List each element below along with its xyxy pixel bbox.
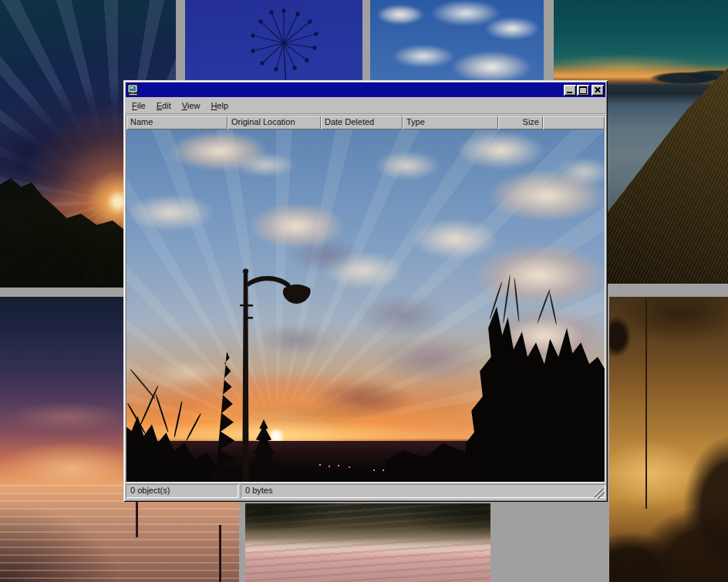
menu-bar: File Edit View Help bbox=[126, 97, 605, 114]
column-header-original-location[interactable]: Original Location bbox=[228, 116, 321, 130]
wallpaper-tile-water-reflection bbox=[245, 503, 490, 582]
menu-file[interactable]: File bbox=[126, 99, 151, 112]
minimize-button[interactable] bbox=[564, 85, 576, 96]
column-header-name[interactable]: Name bbox=[126, 116, 228, 130]
menu-help[interactable]: Help bbox=[205, 99, 234, 112]
resize-grip[interactable] bbox=[595, 489, 605, 499]
wallpaper-tile-golden-blur bbox=[609, 297, 728, 582]
status-bar: 0 object(s) 0 bytes bbox=[126, 483, 605, 500]
thin-pole bbox=[645, 299, 647, 509]
list-view: Name Original Location Date Deleted Type… bbox=[126, 115, 605, 483]
sunset-streetlamp-photo bbox=[126, 130, 605, 482]
recycle-bin-window: File Edit View Help Name Original Locati… bbox=[123, 80, 608, 502]
close-button[interactable] bbox=[592, 85, 604, 96]
street-lamp-silhouette bbox=[126, 130, 605, 482]
status-byte-count: 0 bytes bbox=[241, 484, 605, 498]
menu-view[interactable]: View bbox=[177, 99, 206, 112]
close-icon bbox=[594, 86, 601, 93]
maximize-button[interactable] bbox=[577, 85, 589, 96]
title-bar[interactable] bbox=[126, 82, 605, 97]
column-header-date-deleted[interactable]: Date Deleted bbox=[321, 116, 403, 130]
column-header-size[interactable]: Size bbox=[498, 116, 543, 130]
desktop: { "desktop": { "background_color": "#a0a… bbox=[0, 0, 728, 582]
column-header-filler bbox=[543, 116, 605, 130]
column-header-row: Name Original Location Date Deleted Type… bbox=[126, 116, 605, 130]
menu-edit[interactable]: Edit bbox=[151, 99, 177, 112]
minimize-icon bbox=[567, 92, 572, 93]
status-object-count: 0 object(s) bbox=[126, 484, 238, 498]
computer-icon[interactable] bbox=[127, 84, 140, 96]
water-pole bbox=[219, 525, 221, 582]
maximize-icon bbox=[579, 86, 587, 94]
column-header-type[interactable]: Type bbox=[403, 116, 498, 130]
